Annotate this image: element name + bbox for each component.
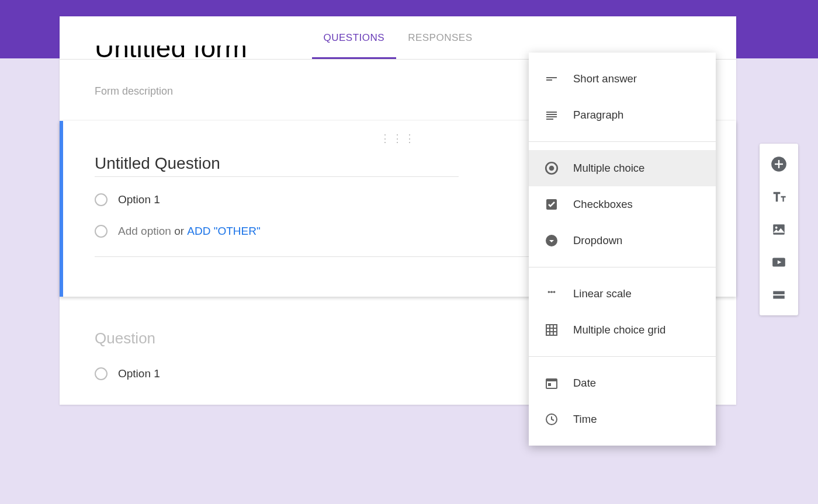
- menu-item-label: Checkboxes: [573, 198, 633, 211]
- svg-rect-22: [546, 379, 557, 381]
- checkboxes-icon: [544, 197, 559, 212]
- add-other-link[interactable]: ADD "OTHER": [187, 225, 260, 237]
- svg-rect-6: [546, 116, 557, 117]
- menu-item-label: Linear scale: [573, 287, 632, 300]
- add-video-button[interactable]: [770, 253, 788, 271]
- svg-rect-28: [773, 224, 785, 234]
- option-label: Option 1: [118, 367, 160, 380]
- date-icon: [544, 376, 559, 391]
- add-or-text: or: [171, 225, 187, 237]
- menu-item-date[interactable]: Date: [529, 365, 716, 401]
- add-option-text[interactable]: Add option: [118, 225, 171, 237]
- paragraph-icon: [544, 107, 559, 123]
- menu-item-label: Multiple choice: [573, 162, 644, 175]
- svg-rect-4: [546, 112, 557, 113]
- menu-item-paragraph[interactable]: Paragraph: [529, 97, 716, 133]
- svg-point-9: [549, 166, 554, 171]
- menu-item-short-answer[interactable]: Short answer: [529, 61, 716, 97]
- option-label[interactable]: Option 1: [118, 193, 160, 206]
- menu-item-label: Paragraph: [573, 109, 623, 121]
- floating-toolbar: [760, 144, 798, 315]
- add-question-button[interactable]: [770, 155, 788, 173]
- add-image-button[interactable]: [770, 221, 788, 238]
- question-title-input[interactable]: [95, 151, 459, 177]
- menu-item-label: Dropdown: [573, 234, 622, 247]
- menu-item-multiple-choice[interactable]: Multiple choice: [529, 150, 716, 186]
- question-type-menu: Short answer Paragraph Multiple choice C…: [529, 53, 716, 446]
- menu-item-label: Time: [573, 413, 597, 426]
- menu-item-time[interactable]: Time: [529, 401, 716, 437]
- add-section-button[interactable]: [770, 286, 788, 304]
- grid-icon: [544, 322, 559, 338]
- svg-rect-3: [546, 79, 552, 81]
- menu-item-linear-scale[interactable]: Linear scale: [529, 276, 716, 312]
- time-icon: [544, 412, 559, 427]
- svg-rect-23: [548, 383, 551, 386]
- linear-scale-icon: [544, 286, 559, 301]
- svg-rect-27: [775, 164, 783, 165]
- menu-item-dropdown[interactable]: Dropdown: [529, 223, 716, 259]
- menu-item-multiple-choice-grid[interactable]: Multiple choice grid: [529, 312, 716, 348]
- menu-item-label: Multiple choice grid: [573, 324, 666, 336]
- menu-item-checkboxes[interactable]: Checkboxes: [529, 186, 716, 223]
- tab-responses[interactable]: RESPONSES: [396, 16, 484, 59]
- svg-rect-2: [546, 77, 557, 78]
- tab-questions[interactable]: QUESTIONS: [312, 16, 397, 59]
- multiple-choice-icon: [544, 161, 559, 176]
- add-title-button[interactable]: [770, 188, 788, 206]
- dropdown-icon: [544, 233, 559, 248]
- svg-rect-7: [546, 119, 553, 120]
- radio-icon: [95, 367, 108, 380]
- svg-point-29: [775, 227, 778, 229]
- menu-item-label: Date: [573, 377, 596, 390]
- svg-rect-15: [549, 292, 554, 293]
- svg-rect-5: [546, 114, 557, 115]
- svg-rect-16: [546, 325, 557, 335]
- short-answer-icon: [544, 71, 559, 86]
- svg-rect-31: [773, 291, 785, 294]
- menu-item-label: Short answer: [573, 72, 637, 85]
- svg-rect-32: [773, 296, 785, 298]
- radio-icon: [95, 225, 108, 238]
- question-title-placeholder[interactable]: Question: [95, 326, 459, 351]
- radio-icon: [95, 193, 108, 206]
